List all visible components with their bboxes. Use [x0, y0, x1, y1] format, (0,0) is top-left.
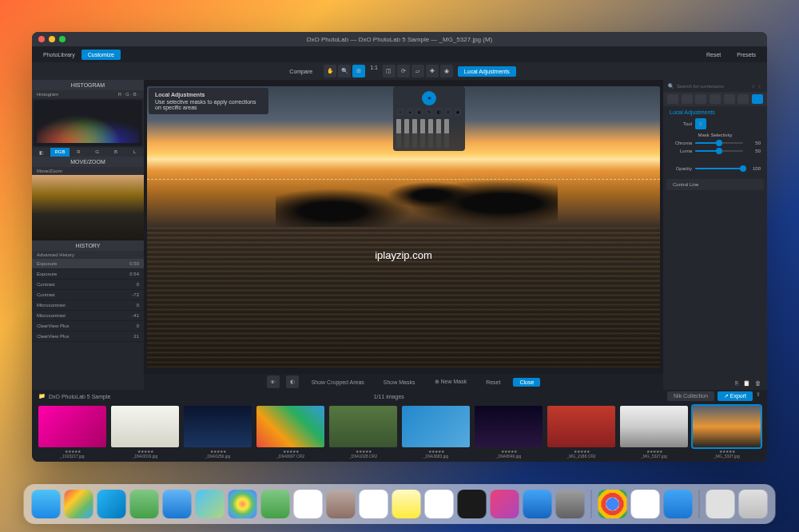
slider-luma[interactable]: Luma50 [670, 149, 761, 153]
customize-tab[interactable]: Customize [81, 50, 121, 60]
local-adjustments-button[interactable]: Local Adjustments [458, 66, 516, 77]
zoom-tool-icon[interactable]: 🔍 [338, 65, 351, 77]
zoom-preview[interactable] [32, 175, 144, 240]
perspective-tool-icon[interactable]: ▱ [411, 65, 424, 77]
star-icon[interactable]: ☆ [751, 83, 755, 89]
share-icon[interactable]: ⇪ [756, 391, 761, 401]
history-header[interactable]: HISTORY [32, 240, 144, 251]
adjustment-overlay[interactable]: 👁 ○ ● ◐ ✎ ◧ ≡ ◆ [393, 86, 465, 151]
dock-preview-icon[interactable] [706, 490, 735, 518]
equalizer-sliders[interactable] [396, 119, 462, 148]
dock-photos-icon[interactable] [229, 490, 257, 518]
close-masks-button[interactable]: Close [513, 378, 540, 387]
search-input[interactable]: Search for corrections [677, 84, 748, 89]
history-item[interactable]: Exposure0.50 [32, 259, 144, 269]
reset-masks-button[interactable]: Reset [479, 378, 507, 387]
geometry-tab-icon[interactable] [710, 94, 721, 104]
history-item[interactable]: ClearView Plus21 [32, 332, 144, 342]
slider-chroma[interactable]: Chroma50 [670, 141, 761, 145]
history-item[interactable]: Exposure0.54 [32, 269, 144, 280]
presets-button[interactable]: Presets [730, 50, 762, 60]
search-icon[interactable]: 🔍 [668, 83, 674, 89]
photolibrary-tab[interactable]: PhotoLibrary [37, 50, 81, 60]
canvas-area[interactable]: iplayzip.com Local Adjustments Use selec… [144, 80, 663, 374]
dock-appstore-icon[interactable] [523, 490, 552, 518]
thumbnail[interactable]: ★★★★★_D9A0697.CR2 [256, 406, 324, 459]
thumbnail[interactable]: ★★★★★_D9A8046.jpg [475, 406, 543, 459]
maximize-icon[interactable] [59, 36, 66, 42]
mask-view-icon[interactable]: ◐ [286, 375, 299, 388]
dock-maps-icon[interactable] [196, 490, 225, 518]
movezoom-header[interactable]: MOVE/ZOOM [32, 157, 144, 167]
thumbnail[interactable]: ★★★★★_MG_5327.jpg [693, 406, 761, 459]
dock-safari-icon[interactable] [97, 490, 126, 518]
copy-icon[interactable]: ⎘ [735, 380, 738, 387]
show-masks-button[interactable]: Show Masks [377, 378, 422, 387]
watermark-tab-icon[interactable] [737, 94, 749, 104]
reset-button[interactable]: Reset [700, 50, 727, 60]
mask-tool-3-icon[interactable]: ◐ [415, 108, 423, 116]
dock-notion-icon[interactable] [631, 490, 660, 518]
histo-tab-G[interactable]: G [88, 148, 106, 157]
dock-trash-icon[interactable] [739, 490, 768, 518]
history-item[interactable]: Contrast-72 [32, 290, 144, 300]
new-mask-button[interactable]: ⊕ New Mask [428, 377, 474, 387]
paste-icon[interactable]: 📋 [743, 380, 750, 387]
thumbnail[interactable]: ★★★★★_D9A0019.jpg [111, 406, 179, 459]
thumbnail[interactable]: ★★★★★_MG_2188.CR2 [547, 406, 615, 459]
mask-tool-6-icon[interactable]: ≡ [444, 108, 452, 116]
histogram-header[interactable]: HISTOGRAM [32, 80, 144, 90]
repair-tool-icon[interactable]: ✚ [426, 65, 439, 77]
histo-tab-L[interactable]: L [125, 148, 144, 157]
export-button[interactable]: ↗ Export [718, 391, 753, 401]
dock-messages-icon[interactable] [130, 490, 159, 518]
trash-icon[interactable]: 🗑 [755, 380, 761, 387]
dock-settings-icon[interactable] [556, 490, 585, 518]
breadcrumb[interactable]: DxO PhotoLab 5 Sample [49, 394, 110, 399]
mask-tool-1-icon[interactable]: ○ [396, 108, 404, 116]
control-line-item[interactable]: Control Line [666, 179, 764, 190]
mask-tool-5-icon[interactable]: ◧ [435, 108, 443, 116]
moon-icon[interactable]: ☾ [758, 83, 762, 89]
redeye-tool-icon[interactable]: ◉ [440, 65, 453, 77]
slider-opacity[interactable]: Opacity100 [670, 166, 761, 171]
thumbnail[interactable]: ★★★★★_D9A3683.jpg [402, 406, 470, 459]
color-tab-icon[interactable] [682, 94, 693, 104]
histo-tab-clip[interactable]: ◧ [32, 148, 50, 157]
detail-tab-icon[interactable] [695, 94, 706, 104]
dock-weather-icon[interactable] [664, 490, 693, 518]
dock-finder-icon[interactable] [32, 490, 61, 518]
dock-chrome-icon[interactable] [598, 490, 627, 518]
compare-button[interactable]: Compare [283, 66, 319, 77]
dock-tv-icon[interactable] [458, 490, 487, 518]
minimize-icon[interactable] [49, 36, 55, 42]
fit-tool-icon[interactable]: ⊞ [352, 65, 365, 77]
histo-tab-R[interactable]: R [70, 148, 88, 157]
history-item[interactable]: Contrast0 [32, 280, 144, 290]
eye-icon[interactable]: 👁 [422, 91, 436, 105]
crop-tool-icon[interactable]: ◫ [383, 65, 396, 77]
dock-notes-icon[interactable] [392, 490, 421, 518]
dock-reminders-icon[interactable] [360, 490, 388, 518]
history-item[interactable]: Microcontrast-41 [32, 311, 144, 321]
light-tab-icon[interactable] [667, 94, 678, 104]
thumbnail[interactable]: ★★★★★_MG_5327.jpg [620, 406, 688, 459]
hand-tool-icon[interactable]: ✋ [324, 65, 336, 77]
dock-facetime-icon[interactable] [261, 490, 290, 518]
history-item[interactable]: ClearView Plus0 [32, 321, 144, 332]
folder-icon[interactable]: 📁 [38, 393, 46, 399]
dock-launchpad-icon[interactable] [65, 490, 93, 518]
mask-tool-7-icon[interactable]: ◆ [454, 108, 462, 116]
dock-calendar-icon[interactable] [294, 490, 323, 518]
dock-music-icon[interactable] [491, 490, 519, 518]
mask-tool-2-icon[interactable]: ● [406, 108, 414, 116]
close-icon[interactable] [38, 36, 45, 42]
dock-contacts-icon[interactable] [327, 490, 356, 518]
show-cropped-button[interactable]: Show Cropped Areas [305, 378, 371, 387]
thumbnail[interactable]: ★★★★★_D9A1028.CR2 [329, 406, 397, 459]
local-adj-title[interactable]: Local Adjustments [670, 109, 761, 115]
histo-tab-RGB[interactable]: RGB [50, 148, 69, 157]
preview-icon[interactable]: 👁 [267, 375, 280, 388]
thumbnail[interactable]: ★★★★★_D9A0256.jpg [184, 406, 252, 459]
histo-tab-B[interactable]: B [106, 148, 125, 157]
